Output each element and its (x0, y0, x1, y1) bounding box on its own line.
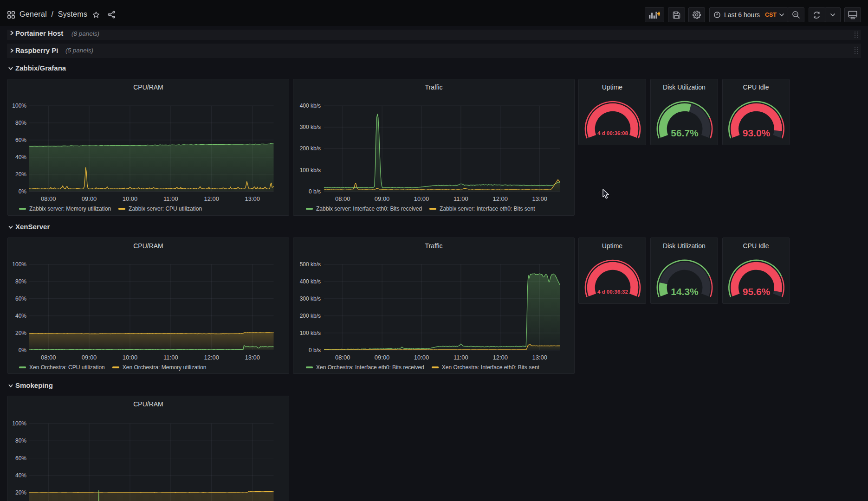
svg-text:300 kb/s: 300 kb/s (300, 124, 321, 130)
svg-text:100 kb/s: 100 kb/s (300, 167, 321, 173)
svg-text:09:00: 09:00 (82, 195, 97, 202)
svg-text:09:00: 09:00 (375, 354, 390, 361)
svg-text:4 d 00:36:32: 4 d 00:36:32 (597, 289, 628, 295)
svg-text:10:00: 10:00 (414, 195, 429, 202)
svg-text:13:00: 13:00 (245, 195, 260, 202)
svg-text:08:00: 08:00 (335, 354, 350, 361)
svg-text:100%: 100% (12, 103, 26, 109)
svg-text:20%: 20% (15, 171, 26, 178)
svg-text:08:00: 08:00 (41, 354, 56, 361)
svg-text:80%: 80% (15, 120, 26, 126)
svg-text:11:00: 11:00 (453, 195, 468, 202)
svg-text:60%: 60% (15, 137, 26, 143)
svg-text:10:00: 10:00 (414, 354, 429, 361)
svg-text:14.3%: 14.3% (671, 286, 699, 297)
svg-text:12:00: 12:00 (204, 354, 220, 361)
svg-text:10:00: 10:00 (123, 354, 138, 361)
svg-text:13:00: 13:00 (532, 195, 547, 202)
svg-text:13:00: 13:00 (532, 354, 547, 361)
svg-text:95.6%: 95.6% (743, 286, 771, 297)
svg-text:100 kb/s: 100 kb/s (300, 330, 321, 336)
svg-text:20%: 20% (15, 489, 26, 496)
svg-text:10:00: 10:00 (123, 195, 138, 202)
svg-text:12:00: 12:00 (493, 354, 508, 361)
svg-text:400 kb/s: 400 kb/s (300, 103, 321, 109)
svg-text:80%: 80% (15, 437, 26, 444)
svg-text:08:00: 08:00 (335, 195, 350, 202)
svg-text:60%: 60% (15, 455, 26, 462)
svg-text:56.7%: 56.7% (671, 128, 699, 138)
svg-text:11:00: 11:00 (163, 354, 178, 361)
svg-text:500 kb/s: 500 kb/s (300, 261, 321, 268)
svg-text:4 d 00:36:08: 4 d 00:36:08 (597, 130, 628, 136)
svg-text:100%: 100% (12, 420, 26, 427)
svg-text:09:00: 09:00 (375, 195, 390, 202)
svg-text:0%: 0% (19, 188, 27, 195)
svg-text:200 kb/s: 200 kb/s (300, 313, 321, 319)
svg-text:40%: 40% (15, 154, 26, 161)
svg-text:0 b/s: 0 b/s (309, 188, 321, 195)
svg-text:400 kb/s: 400 kb/s (300, 278, 321, 285)
svg-text:200 kb/s: 200 kb/s (300, 145, 321, 152)
svg-text:11:00: 11:00 (453, 354, 468, 361)
svg-text:80%: 80% (15, 278, 26, 285)
svg-text:93.0%: 93.0% (743, 128, 771, 138)
svg-text:40%: 40% (15, 313, 26, 319)
svg-text:13:00: 13:00 (245, 354, 260, 361)
svg-text:0%: 0% (19, 347, 27, 353)
svg-text:300 kb/s: 300 kb/s (300, 295, 321, 302)
svg-text:09:00: 09:00 (82, 354, 97, 361)
svg-text:12:00: 12:00 (493, 195, 508, 202)
svg-text:11:00: 11:00 (163, 195, 178, 202)
svg-text:08:00: 08:00 (41, 195, 56, 202)
svg-text:40%: 40% (15, 472, 26, 479)
svg-text:0 b/s: 0 b/s (309, 347, 321, 353)
svg-text:12:00: 12:00 (204, 195, 220, 202)
svg-text:100%: 100% (12, 261, 26, 268)
svg-text:60%: 60% (15, 295, 26, 302)
svg-text:20%: 20% (15, 330, 26, 336)
